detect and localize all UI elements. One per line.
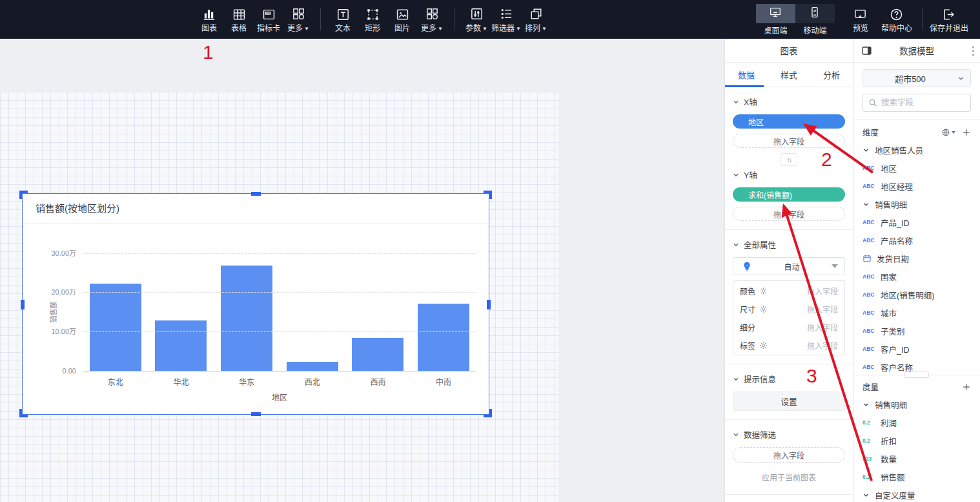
gear-icon[interactable]: [759, 341, 768, 350]
tooltip-settings-button[interactable]: 设置: [733, 392, 845, 411]
field-item-数量[interactable]: 123数量: [863, 450, 971, 468]
toolbar-save-exit-button[interactable]: 保存并退出: [930, 2, 968, 37]
divider: [725, 229, 853, 230]
bar-华北[interactable]: [155, 320, 207, 371]
all-properties-section-header[interactable]: 全部属性: [733, 238, 845, 251]
chevron-down-icon: [733, 99, 739, 105]
bar-华东[interactable]: [221, 266, 272, 371]
more-menu-icon[interactable]: [972, 46, 975, 56]
mobile-toggle[interactable]: [795, 4, 835, 23]
y-axis-section-header[interactable]: Y轴: [733, 169, 845, 181]
x-axis-drop-zone[interactable]: 拖入字段: [733, 134, 845, 148]
tab-数据[interactable]: 数据: [725, 63, 768, 87]
field-item-发货日期[interactable]: 发货日期: [863, 249, 971, 267]
field-item-国家[interactable]: ABC国家: [863, 267, 971, 286]
toolbar-preview-button[interactable]: 预览: [842, 2, 879, 37]
chart-body: 东北华北华东西北西南中南 地区 销售额 0.0010.00万20.00万30.0…: [23, 224, 489, 414]
gear-icon[interactable]: [759, 305, 768, 313]
field-group-销售明细[interactable]: 销售明细: [863, 395, 971, 413]
save-exit-icon: [941, 6, 956, 23]
toolbar-actions: 预览帮助中心保存并退出: [842, 2, 968, 37]
swap-axes-icon[interactable]: ↑↓: [781, 153, 797, 166]
text-field-icon: ABC: [863, 237, 875, 244]
x-category-label: 中南: [418, 376, 469, 387]
dimension-globe-icon[interactable]: [941, 128, 955, 137]
field-item-客户名称[interactable]: ABC客户名称: [863, 358, 971, 372]
toolbar-rectangle-button[interactable]: 矩形: [358, 2, 387, 37]
collapse-panel-icon[interactable]: [861, 45, 872, 56]
x-category-label: 华北: [155, 376, 207, 387]
tab-分析[interactable]: 分析: [810, 63, 853, 87]
desktop-toggle[interactable]: [756, 4, 795, 23]
selection-mid-handle[interactable]: [487, 300, 491, 309]
property-row-颜色[interactable]: 颜色拖入字段: [733, 282, 844, 300]
decimal-field-icon: 0.2: [863, 437, 875, 444]
selection-mid-handle[interactable]: [251, 412, 261, 416]
divider: [853, 120, 980, 120]
toolbar-chart-button[interactable]: 图表: [194, 2, 224, 37]
tooltip-section-header[interactable]: 提示信息: [733, 373, 845, 385]
toolbar-filter-button[interactable]: 筛选器▼: [491, 2, 521, 37]
x-axis-section-header[interactable]: X轴: [733, 96, 845, 108]
field-item-地区[interactable]: ABC地区: [863, 159, 971, 177]
bar-西南[interactable]: [352, 338, 403, 371]
selection-corner-handle[interactable]: [484, 191, 492, 199]
gear-icon[interactable]: [759, 287, 768, 295]
toolbar-more-grid-button[interactable]: 更多▼: [417, 2, 447, 37]
field-item-子类别[interactable]: ABC子类别: [863, 322, 971, 340]
field-item-地区(销售明细)[interactable]: ABC地区(销售明细): [863, 286, 971, 304]
property-row-标签[interactable]: 标签拖入字段: [733, 336, 844, 354]
field-item-客户_ID[interactable]: ABC客户_ID: [863, 340, 971, 358]
selection-mid-handle[interactable]: [21, 300, 25, 309]
field-group-销售明细[interactable]: 销售明细: [863, 195, 971, 213]
toolbar-more-grid-button[interactable]: 更多▼: [283, 2, 313, 37]
y-axis-field-pill[interactable]: 求和(销售额): [733, 187, 845, 202]
bar-西北[interactable]: [287, 362, 338, 371]
data-model-panel: 数据模型 超市500 维度: [853, 39, 980, 502]
x-category-label: 西南: [352, 376, 403, 387]
data-filter-section-header[interactable]: 数据筛选: [733, 428, 845, 441]
y-axis-drop-zone[interactable]: 拖入字段: [733, 207, 845, 221]
property-row-细分[interactable]: 细分拖入字段: [733, 318, 844, 336]
selection-corner-handle[interactable]: [19, 191, 28, 199]
add-dimension-button[interactable]: [962, 128, 971, 137]
property-row-尺寸[interactable]: 尺寸拖入字段: [733, 300, 844, 318]
toolbar-text-button[interactable]: 文本: [328, 2, 358, 37]
toolbar-separator: [454, 8, 454, 30]
toolbar-parameter-button[interactable]: 参数▼: [462, 2, 491, 37]
field-item-折扣[interactable]: 0.2折扣: [863, 432, 971, 450]
property-mode-select[interactable]: 自动: [733, 257, 845, 275]
panel-resize-divider[interactable]: [853, 375, 980, 375]
toolbar-help-button[interactable]: 帮助中心: [879, 2, 915, 37]
toolbar-kpi-card-button[interactable]: 123指标卡: [254, 2, 283, 37]
field-item-销售额[interactable]: 0.2销售额: [863, 468, 971, 486]
dataset-select[interactable]: 超市500: [863, 69, 971, 87]
chart-widget[interactable]: 销售额(按地区划分) 东北华北华东西北西南中南 地区 销售额 0.0010.00…: [23, 194, 489, 414]
divider: [725, 364, 853, 364]
dropdown-caret-icon: ▼: [482, 26, 487, 32]
search-input[interactable]: [881, 98, 970, 107]
field-search[interactable]: [863, 94, 971, 112]
field-item-产品_ID[interactable]: ABC产品_ID: [863, 213, 971, 231]
toolbar-table-button[interactable]: 表格: [224, 2, 254, 37]
tab-样式[interactable]: 样式: [768, 63, 810, 87]
bar-中南[interactable]: [418, 304, 469, 371]
text-field-icon: ABC: [863, 328, 875, 334]
resize-handle[interactable]: [904, 371, 929, 378]
bar-东北[interactable]: [90, 284, 141, 371]
field-item-产品名称[interactable]: ABC产品名称: [863, 231, 971, 249]
x-axis-field-pill[interactable]: 地区: [733, 114, 845, 129]
selection-corner-handle[interactable]: [19, 409, 28, 417]
plot-area: 东北华北华东西北西南中南 地区 销售额 0.0010.00万20.00万30.0…: [83, 242, 476, 371]
field-item-地区经理[interactable]: ABC地区经理: [863, 177, 971, 195]
toolbar-image-button[interactable]: 图片: [387, 2, 417, 37]
field-item-利润[interactable]: 0.2利润: [863, 413, 971, 432]
field-group-地区销售人员[interactable]: 地区销售人员: [863, 141, 971, 159]
field-item-城市[interactable]: ABC城市: [863, 304, 971, 322]
add-measure-button[interactable]: [962, 382, 971, 392]
selection-mid-handle[interactable]: [251, 192, 261, 196]
field-group-自定义度量[interactable]: 自定义度量: [863, 486, 971, 502]
data-filter-drop-zone[interactable]: 拖入字段: [733, 447, 845, 463]
selection-corner-handle[interactable]: [484, 409, 492, 417]
toolbar-arrange-button[interactable]: 排列▼: [521, 2, 551, 37]
